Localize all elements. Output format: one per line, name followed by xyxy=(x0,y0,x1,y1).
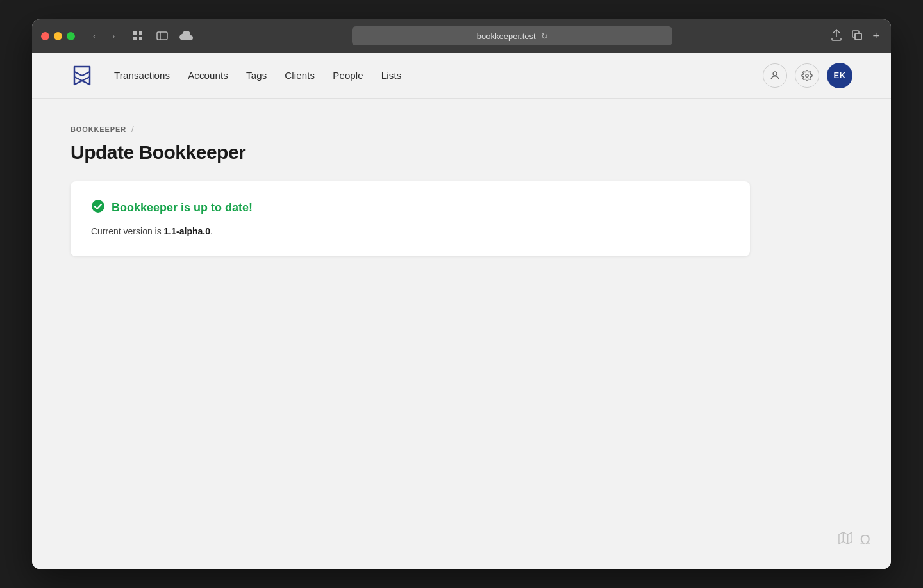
back-button[interactable]: ‹ xyxy=(85,29,103,43)
svg-point-9 xyxy=(773,72,777,76)
status-header: Bookkeeper is up to date! xyxy=(91,199,729,216)
svg-rect-1 xyxy=(139,31,142,35)
nav-left: Transactions Accounts Tags Clients Peopl… xyxy=(71,64,401,87)
status-body-suffix: . xyxy=(210,226,213,236)
nav-right: EK xyxy=(763,63,852,88)
reload-button[interactable]: ↻ xyxy=(541,31,548,41)
status-body-prefix: Current version is xyxy=(91,226,164,236)
breadcrumb-parent: BOOKKEEPER xyxy=(71,126,126,133)
user-icon-button[interactable] xyxy=(763,63,787,88)
nav-link-clients[interactable]: Clients xyxy=(285,70,315,81)
avatar-button[interactable]: EK xyxy=(827,63,852,88)
address-bar[interactable]: bookkeeper.test ↻ xyxy=(352,26,672,45)
top-nav: Transactions Accounts Tags Clients Peopl… xyxy=(32,53,891,99)
status-card: Bookkeeper is up to date! Current versio… xyxy=(71,181,750,256)
browser-window: ‹ › bookkeeper.test ↻ xyxy=(32,19,891,569)
url-text: bookkeeper.test xyxy=(477,31,536,41)
version-number: 1.1-alpha.0 xyxy=(164,226,210,236)
svg-point-10 xyxy=(806,74,809,77)
nav-buttons: ‹ › xyxy=(85,29,122,43)
nav-item-accounts[interactable]: Accounts xyxy=(188,70,228,81)
nav-link-transactions[interactable]: Transactions xyxy=(114,70,170,81)
breadcrumb: BOOKKEEPER / xyxy=(71,124,852,134)
share-button[interactable] xyxy=(829,27,844,45)
close-button[interactable] xyxy=(41,32,49,40)
svg-marker-12 xyxy=(838,532,851,544)
cloud-button[interactable] xyxy=(178,29,195,43)
nav-item-lists[interactable]: Lists xyxy=(381,70,402,81)
traffic-lights xyxy=(41,32,75,40)
bottom-icons: Ω xyxy=(838,531,870,548)
omega-icon[interactable]: Ω xyxy=(860,533,870,547)
svg-rect-0 xyxy=(133,31,137,35)
new-window-button[interactable] xyxy=(849,28,865,45)
browser-actions: + xyxy=(829,27,882,45)
nav-link-lists[interactable]: Lists xyxy=(381,70,402,81)
nav-link-people[interactable]: People xyxy=(333,70,363,81)
settings-icon-button[interactable] xyxy=(795,63,819,88)
svg-rect-4 xyxy=(157,32,167,40)
nav-item-tags[interactable]: Tags xyxy=(246,70,267,81)
nav-link-accounts[interactable]: Accounts xyxy=(188,70,228,81)
add-tab-button[interactable]: + xyxy=(870,27,882,45)
nav-item-transactions[interactable]: Transactions xyxy=(114,70,170,81)
map-icon[interactable] xyxy=(838,531,852,548)
browser-chrome: ‹ › bookkeeper.test ↻ xyxy=(32,19,891,53)
svg-rect-3 xyxy=(139,37,142,40)
page-content: Transactions Accounts Tags Clients Peopl… xyxy=(32,53,891,569)
svg-rect-2 xyxy=(133,37,137,40)
nav-link-tags[interactable]: Tags xyxy=(246,70,267,81)
minimize-button[interactable] xyxy=(54,32,62,40)
maximize-button[interactable] xyxy=(67,32,75,40)
sidebar-button[interactable] xyxy=(153,29,171,43)
nav-item-people[interactable]: People xyxy=(333,70,363,81)
check-circle-icon xyxy=(91,199,105,216)
forward-button[interactable]: › xyxy=(104,29,122,43)
nav-item-clients[interactable]: Clients xyxy=(285,70,315,81)
app-logo[interactable] xyxy=(71,64,94,87)
nav-links: Transactions Accounts Tags Clients Peopl… xyxy=(114,70,401,81)
status-title: Bookkeeper is up to date! xyxy=(112,201,253,215)
main-content: BOOKKEEPER / Update Bookkeeper Bookkeepe… xyxy=(32,99,891,569)
page-title: Update Bookkeeper xyxy=(71,142,852,163)
grid-button[interactable] xyxy=(129,29,147,43)
svg-rect-7 xyxy=(855,33,861,40)
breadcrumb-separator: / xyxy=(131,124,134,134)
address-bar-wrapper: bookkeeper.test ↻ xyxy=(202,26,822,45)
status-body: Current version is 1.1-alpha.0. xyxy=(91,224,729,238)
svg-point-11 xyxy=(92,200,104,213)
